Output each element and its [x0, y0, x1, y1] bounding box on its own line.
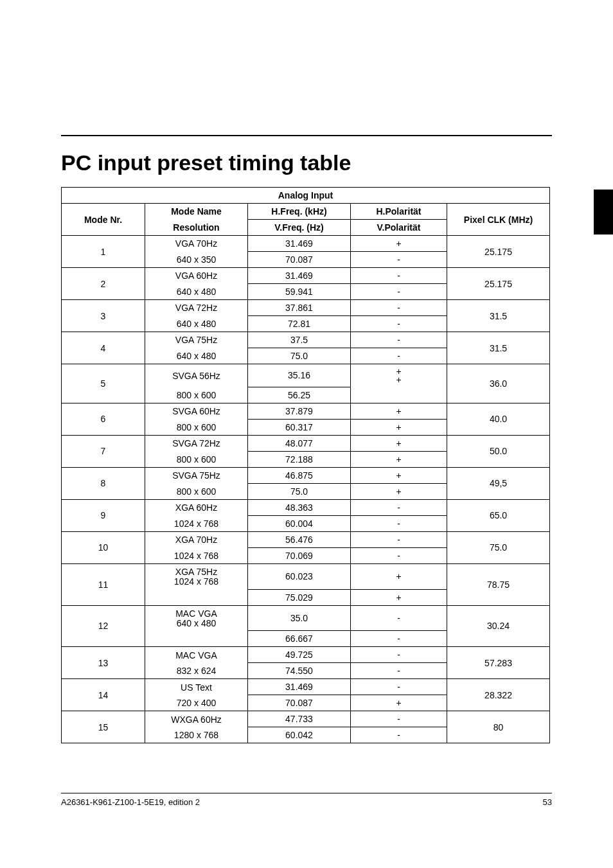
table-cell-pixel: 65.0 — [447, 499, 550, 531]
table-cell-hfreq: 46.875 — [248, 467, 351, 483]
table-cell-hfreq: 35.16 — [248, 364, 351, 387]
table-cell-nr: 1 — [62, 236, 145, 268]
table-cell-vpol: + — [351, 419, 447, 435]
table-cell-vfreq: 66.667 — [248, 631, 351, 647]
table-cell-nr: 11 — [62, 563, 145, 605]
table-cell-pixel: 49,5 — [447, 467, 550, 499]
table-cell-hpol: + — [351, 403, 447, 419]
table-cell-name: VGA 60Hz — [145, 268, 248, 284]
table-cell-hpol: ++ — [351, 364, 447, 387]
col-hfreq: H.Freq. (kHz) — [248, 204, 351, 220]
table-cell-nr: 8 — [62, 467, 145, 499]
table-cell-res — [145, 631, 248, 647]
table-cell-hpol: + — [351, 236, 447, 252]
table-cell-vfreq: 60.317 — [248, 419, 351, 435]
page-title: PC input preset timing table — [61, 150, 552, 175]
table-cell-hpol: + — [351, 563, 447, 589]
table-cell-name: XGA 75Hz1024 x 768 — [145, 563, 248, 589]
table-cell-vfreq: 75.0 — [248, 483, 351, 499]
table-cell-res: 640 x 350 — [145, 252, 248, 268]
table-cell-hpol: - — [351, 711, 447, 727]
table-cell-res: 640 x 480 — [145, 284, 248, 300]
table-cell-name: WXGA 60Hz — [145, 711, 248, 727]
table-cell-pixel: 40.0 — [447, 403, 550, 435]
table-cell-res: 640 x 480 — [145, 316, 248, 332]
side-tab-marker — [594, 190, 613, 235]
table-cell-nr: 12 — [62, 605, 145, 647]
table-cell-hpol: - — [351, 268, 447, 284]
table-cell-vpol: - — [351, 515, 447, 531]
table-cell-vpol — [351, 387, 447, 403]
table-cell-hfreq: 47.733 — [248, 711, 351, 727]
table-cell-name: VGA 72Hz — [145, 300, 248, 316]
table-cell-res: 640 x 480 — [145, 348, 248, 364]
table-caption: Analog Input — [62, 188, 550, 204]
col-resolution: Resolution — [145, 220, 248, 236]
table-cell-vfreq: 70.087 — [248, 252, 351, 268]
table-cell-hpol: + — [351, 435, 447, 451]
table-cell-hpol: - — [351, 499, 447, 515]
table-cell-name: SVGA 72Hz — [145, 435, 248, 451]
table-cell-pixel: 25.175 — [447, 268, 550, 300]
col-mode-name: Mode Name — [145, 204, 248, 220]
table-cell-name: SVGA 56Hz — [145, 364, 248, 387]
table-cell-pixel: 80 — [447, 711, 550, 743]
table-cell-pixel: 57.283 — [447, 647, 550, 679]
table-cell-hpol: + — [351, 467, 447, 483]
col-mode-nr: Mode Nr. — [62, 204, 145, 236]
table-cell-hfreq: 48.363 — [248, 499, 351, 515]
table-cell-vpol: - — [351, 547, 447, 563]
table-cell-name: MAC VGA640 x 480 — [145, 605, 248, 631]
table-cell-hfreq: 48.077 — [248, 435, 351, 451]
table-cell-vfreq: 60.004 — [248, 515, 351, 531]
table-cell-pixel: 36.0 — [447, 364, 550, 403]
table-cell-hpol: - — [351, 300, 447, 316]
table-cell-vpol: - — [351, 727, 447, 743]
table-cell-pixel: 30.24 — [447, 605, 550, 647]
table-cell-name: XGA 70Hz — [145, 531, 248, 547]
table-cell-nr: 3 — [62, 300, 145, 332]
table-cell-name: VGA 70Hz — [145, 236, 248, 252]
footer-right: 53 — [543, 797, 552, 807]
table-cell-res — [145, 589, 248, 605]
col-vfreq: V.Freq. (Hz) — [248, 220, 351, 236]
table-cell-res: 800 x 600 — [145, 419, 248, 435]
table-cell-pixel: 25.175 — [447, 236, 550, 268]
table-cell-res: 800 x 600 — [145, 387, 248, 403]
table-cell-hfreq: 31.469 — [248, 268, 351, 284]
table-cell-hfreq: 56.476 — [248, 531, 351, 547]
table-cell-vfreq: 72.81 — [248, 316, 351, 332]
table-cell-pixel: 31.5 — [447, 332, 550, 364]
table-cell-name: XGA 60Hz — [145, 499, 248, 515]
table-cell-nr: 14 — [62, 679, 145, 711]
table-cell-res: 1024 x 768 — [145, 547, 248, 563]
table-cell-nr: 5 — [62, 364, 145, 403]
table-cell-vfreq: 70.069 — [248, 547, 351, 563]
table-cell-hfreq: 37.879 — [248, 403, 351, 419]
page-footer: A26361-K961-Z100-1-5E19, edition 2 53 — [61, 793, 552, 807]
col-hpol: H.Polarität — [351, 204, 447, 220]
table-cell-hfreq: 35.0 — [248, 605, 351, 631]
table-cell-vpol: - — [351, 631, 447, 647]
table-cell-vfreq: 75.029 — [248, 589, 351, 605]
table-cell-vfreq: 74.550 — [248, 663, 351, 679]
table-cell-name: US Text — [145, 679, 248, 695]
table-cell-res: 800 x 600 — [145, 483, 248, 499]
footer-left: A26361-K961-Z100-1-5E19, edition 2 — [61, 797, 200, 807]
table-cell-res: 720 x 400 — [145, 695, 248, 711]
timing-table: Analog Input Mode Nr. Mode Name H.Freq. … — [61, 187, 550, 743]
table-cell-nr: 9 — [62, 499, 145, 531]
table-cell-vpol: - — [351, 284, 447, 300]
table-cell-pixel: 75.0 — [447, 531, 550, 563]
table-cell-vfreq: 70.087 — [248, 695, 351, 711]
table-cell-res: 832 x 624 — [145, 663, 248, 679]
table-cell-hfreq: 60.023 — [248, 563, 351, 589]
table-cell-hpol: - — [351, 605, 447, 631]
table-cell-vpol: - — [351, 316, 447, 332]
table-cell-pixel: 78.75 — [447, 563, 550, 605]
table-cell-hpol: - — [351, 647, 447, 663]
table-cell-vfreq: 75.0 — [248, 348, 351, 364]
table-cell-nr: 15 — [62, 711, 145, 743]
table-cell-vfreq: 72.188 — [248, 451, 351, 467]
table-cell-res: 800 x 600 — [145, 451, 248, 467]
